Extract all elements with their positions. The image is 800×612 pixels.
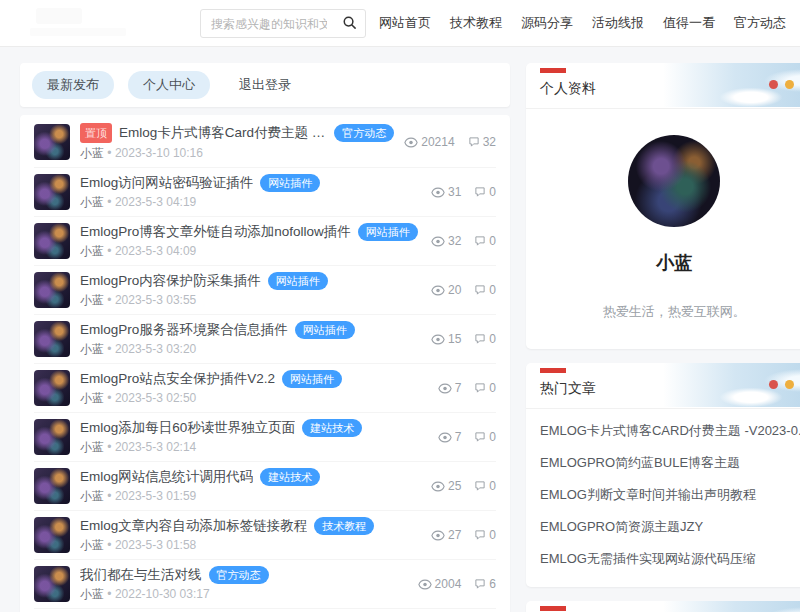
views-stat: 15 xyxy=(431,332,461,346)
article-author: 小蓝 xyxy=(80,391,104,405)
article-stats: 31 0 xyxy=(431,185,496,199)
nav-item[interactable]: 值得一看 xyxy=(663,14,715,32)
article-thumbnail xyxy=(34,566,70,602)
article-main: 我们都在与生活对线 官方动态 小蓝 • 2022-10-30 03:17 xyxy=(80,566,408,602)
tab-item[interactable]: 个人中心 xyxy=(128,71,210,99)
article-main: Emlog访问网站密码验证插件 网站插件 小蓝 • 2023-5-3 04:19 xyxy=(80,174,421,210)
eye-icon xyxy=(438,383,452,394)
category-tag[interactable]: 技术教程 xyxy=(314,517,374,535)
article-title-line: EmlogPro博客文章外链自动添加nofollow插件 网站插件 xyxy=(80,223,421,241)
article-title[interactable]: Emlog文章内容自动添加标签链接教程 xyxy=(80,517,307,535)
top-bar: 网站首页技术教程源码分享活动线报值得一看官方动态 xyxy=(0,0,800,47)
article-thumbnail xyxy=(34,272,70,308)
comment-icon xyxy=(474,578,486,590)
nav-item[interactable]: 技术教程 xyxy=(450,14,502,32)
article-title[interactable]: Emlog卡片式博客Card付费主题 -v2023-03-04 xyxy=(119,124,327,142)
eye-icon xyxy=(431,187,445,198)
sidebar-article-link[interactable]: EMLOG卡片式博客CARD付费主题 -V2023-0... xyxy=(540,415,800,447)
meta-separator: • xyxy=(107,342,115,356)
article-row[interactable]: EmlogPro站点安全保护插件V2.2 网站插件 小蓝 • 2023-5-3 … xyxy=(34,364,496,413)
article-title[interactable]: EmlogPro服务器环境聚合信息插件 xyxy=(80,321,288,339)
nav-item[interactable]: 官方动态 xyxy=(734,14,786,32)
comments-count: 32 xyxy=(483,135,496,149)
category-tag[interactable]: 网站插件 xyxy=(260,174,320,192)
category-tag[interactable]: 网站插件 xyxy=(358,223,418,241)
tabs-bar: 最新发布个人中心退出登录 xyxy=(20,63,510,107)
article-title[interactable]: EmlogPro站点安全保护插件V2.2 xyxy=(80,370,275,388)
comments-stat: 0 xyxy=(474,332,496,346)
comments-stat: 6 xyxy=(474,577,496,591)
article-title[interactable]: 我们都在与生活对线 xyxy=(80,566,202,584)
sidebar-article-link[interactable]: EMLOGPRO简约蓝BULE博客主题 xyxy=(540,447,800,479)
nav-item[interactable]: 网站首页 xyxy=(379,14,431,32)
meta-separator: • xyxy=(107,587,115,601)
article-row[interactable]: Emlog添加每日60秒读世界独立页面 建站技术 小蓝 • 2023-5-3 0… xyxy=(34,413,496,462)
article-row[interactable]: 我们都在与生活对线 官方动态 小蓝 • 2022-10-30 03:17 200… xyxy=(34,560,496,609)
views-count: 2004 xyxy=(435,577,462,591)
sidebar-article-link[interactable]: EMLOGPRO简资源主题JZY xyxy=(540,511,800,543)
article-row[interactable]: EmlogPro博客文章外链自动添加nofollow插件 网站插件 小蓝 • 2… xyxy=(34,217,496,266)
comments-count: 0 xyxy=(489,381,496,395)
sidebar-article-link[interactable]: EMLOG判断文章时间并输出声明教程 xyxy=(540,479,800,511)
site-logo[interactable] xyxy=(26,6,156,40)
tab-item[interactable]: 退出登录 xyxy=(224,71,306,99)
comments-count: 0 xyxy=(489,332,496,346)
category-tag[interactable]: 建站技术 xyxy=(260,468,320,486)
category-tag[interactable]: 网站插件 xyxy=(282,370,342,388)
article-main: Emlog文章内容自动添加标签链接教程 技术教程 小蓝 • 2023-5-3 0… xyxy=(80,517,421,553)
comment-icon xyxy=(474,333,486,345)
article-title-line: EmlogPro服务器环境聚合信息插件 网站插件 xyxy=(80,321,421,339)
category-tag[interactable]: 建站技术 xyxy=(302,419,362,437)
article-row[interactable]: 置顶 Emlog卡片式博客Card付费主题 -v2023-03-04 官方动态 … xyxy=(34,117,496,168)
article-title[interactable]: EmlogPro内容保护防采集插件 xyxy=(80,272,261,290)
article-title[interactable]: Emlog访问网站密码验证插件 xyxy=(80,174,253,192)
views-count: 32 xyxy=(448,234,461,248)
article-date: 2023-3-10 10:16 xyxy=(115,146,203,160)
hot-articles-list: EMLOG卡片式博客CARD付费主题 -V2023-0...EMLOGPRO简约… xyxy=(526,409,800,587)
profile-name: 小蓝 xyxy=(536,251,800,275)
article-date: 2023-5-3 03:20 xyxy=(115,342,196,356)
eye-icon xyxy=(431,334,445,345)
nav-item[interactable]: 活动线报 xyxy=(592,14,644,32)
category-tag[interactable]: 官方动态 xyxy=(334,124,394,142)
article-thumbnail xyxy=(34,174,70,210)
article-author: 小蓝 xyxy=(80,587,104,601)
article-title-line: 置顶 Emlog卡片式博客Card付费主题 -v2023-03-04 官方动态 xyxy=(80,123,394,143)
views-stat: 7 xyxy=(438,430,462,444)
comments-count: 0 xyxy=(489,185,496,199)
article-meta: 小蓝 • 2022-10-30 03:17 xyxy=(80,587,408,602)
nav-item[interactable]: 源码分享 xyxy=(521,14,573,32)
article-thumbnail xyxy=(34,419,70,455)
logo-mark xyxy=(36,8,82,24)
meta-separator: • xyxy=(107,293,115,307)
article-row[interactable]: Emlog文章内容自动添加标签链接教程 技术教程 小蓝 • 2023-5-3 0… xyxy=(34,511,496,560)
article-row[interactable]: Emlog访问网站密码验证插件 网站插件 小蓝 • 2023-5-3 04:19… xyxy=(34,168,496,217)
search-input[interactable] xyxy=(201,17,333,31)
article-row[interactable]: EmlogPro内容保护防采集插件 网站插件 小蓝 • 2023-5-3 03:… xyxy=(34,266,496,315)
article-row[interactable]: EmlogPro服务器环境聚合信息插件 网站插件 小蓝 • 2023-5-3 0… xyxy=(34,315,496,364)
views-count: 15 xyxy=(448,332,461,346)
article-thumbnail xyxy=(34,370,70,406)
comments-count: 6 xyxy=(489,577,496,591)
pinned-badge: 置顶 xyxy=(80,123,112,143)
article-meta: 小蓝 • 2023-5-3 03:20 xyxy=(80,342,421,357)
sidebar-article-link[interactable]: EMLOG无需插件实现网站源代码压缩 xyxy=(540,543,800,575)
comments-stat: 0 xyxy=(474,381,496,395)
comment-icon xyxy=(474,284,486,296)
article-stats: 25 0 xyxy=(431,479,496,493)
category-tag[interactable]: 官方动态 xyxy=(209,566,269,584)
search-button[interactable] xyxy=(333,10,365,37)
meta-separator: • xyxy=(107,489,115,503)
avatar[interactable] xyxy=(628,135,720,227)
article-row[interactable]: Emlog网站信息统计调用代码 建站技术 小蓝 • 2023-5-3 01:59… xyxy=(34,462,496,511)
article-meta: 小蓝 • 2023-5-3 04:09 xyxy=(80,244,421,259)
tab-item[interactable]: 最新发布 xyxy=(32,71,114,99)
article-title[interactable]: EmlogPro博客文章外链自动添加nofollow插件 xyxy=(80,223,351,241)
article-title[interactable]: Emlog网站信息统计调用代码 xyxy=(80,468,253,486)
article-stats: 7 0 xyxy=(438,381,496,395)
article-title[interactable]: Emlog添加每日60秒读世界独立页面 xyxy=(80,419,295,437)
meta-separator: • xyxy=(107,244,115,258)
category-tag[interactable]: 网站插件 xyxy=(295,321,355,339)
category-tag[interactable]: 网站插件 xyxy=(268,272,328,290)
main-column: 最新发布个人中心退出登录 置顶 Emlog卡片式博客Card付费主题 -v202… xyxy=(20,63,510,612)
